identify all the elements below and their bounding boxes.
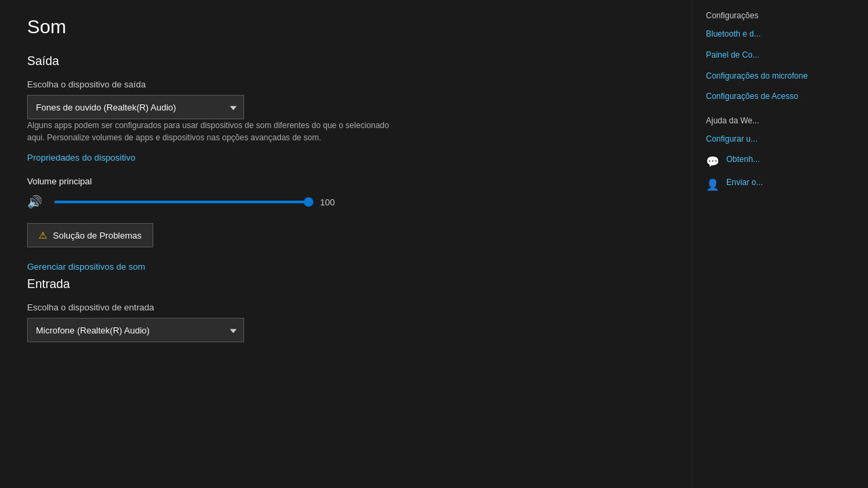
sidebar-painel-link[interactable]: Painel de Co... <box>706 49 854 61</box>
slider-thumb[interactable] <box>304 197 313 207</box>
output-description: Alguns apps podem ser configurados para … <box>27 119 393 144</box>
sidebar-settings-section: Configurações Bluetooth e d... Painel de… <box>706 11 854 102</box>
troubleshoot-button[interactable]: ⚠ Solução de Problemas <box>27 223 153 247</box>
sidebar-enviar-item: 👤 Enviar o... <box>706 178 854 191</box>
page-title: Som <box>27 16 665 38</box>
volume-slider[interactable] <box>54 195 312 209</box>
sidebar-configure-link[interactable]: Configurar u... <box>706 134 854 145</box>
output-section: Saída Escolha o dispositivo de saída Fon… <box>27 54 665 272</box>
slider-fill <box>54 201 312 203</box>
input-dropdown-chevron-icon <box>230 325 237 336</box>
sidebar: Configurações Bluetooth e d... Painel de… <box>692 0 868 488</box>
troubleshoot-label: Solução de Problemas <box>53 230 142 241</box>
manage-devices-link[interactable]: Gerenciar dispositivos de som <box>27 262 145 272</box>
output-section-title: Saída <box>27 54 665 68</box>
output-device-label: Escolha o dispositivo de saída <box>27 79 665 89</box>
sidebar-enviar-link[interactable]: Enviar o... <box>726 178 763 187</box>
output-device-dropdown[interactable]: Fones de ouvido (Realtek(R) Audio) <box>27 95 244 119</box>
input-device-label: Escolha o dispositivo de entrada <box>27 302 665 312</box>
volume-row: 🔊 100 <box>27 195 665 209</box>
sidebar-config-micro-link[interactable]: Configurações do microfone <box>706 70 854 82</box>
input-section: Entrada Escolha o dispositivo de entrada… <box>27 277 665 342</box>
slider-track <box>54 201 312 203</box>
output-dropdown-chevron-icon <box>230 102 237 113</box>
sidebar-help-section: Ajuda da We... Configurar u... 💬 Obtenh.… <box>706 116 854 191</box>
device-properties-link[interactable]: Propriedades do dispositivo <box>27 152 136 163</box>
input-device-value: Microfone (Realtek(R) Audio) <box>36 325 150 336</box>
chat-icon: 💬 <box>706 155 719 168</box>
sidebar-config-access-link[interactable]: Configurações de Acesso <box>706 91 854 102</box>
sidebar-help-heading: Ajuda da We... <box>706 116 854 125</box>
main-content: Som Saída Escolha o dispositivo de saída… <box>0 0 692 488</box>
output-device-value: Fones de ouvido (Realtek(R) Audio) <box>36 102 176 113</box>
input-device-dropdown-wrapper: Microfone (Realtek(R) Audio) <box>27 318 244 342</box>
input-device-dropdown[interactable]: Microfone (Realtek(R) Audio) <box>27 318 244 342</box>
output-device-dropdown-wrapper: Fones de ouvido (Realtek(R) Audio) <box>27 95 244 119</box>
sidebar-bluetooth-link[interactable]: Bluetooth e d... <box>706 28 854 40</box>
volume-icon: 🔊 <box>27 195 46 209</box>
sidebar-settings-heading: Configurações <box>706 11 854 20</box>
volume-value: 100 <box>320 197 340 207</box>
sidebar-obter-link[interactable]: Obtenh... <box>726 155 760 164</box>
volume-label: Volume principal <box>27 176 665 186</box>
sidebar-obter-item: 💬 Obtenh... <box>706 155 854 168</box>
warning-icon: ⚠ <box>39 230 47 241</box>
input-section-title: Entrada <box>27 277 665 291</box>
person-icon: 👤 <box>706 178 719 191</box>
